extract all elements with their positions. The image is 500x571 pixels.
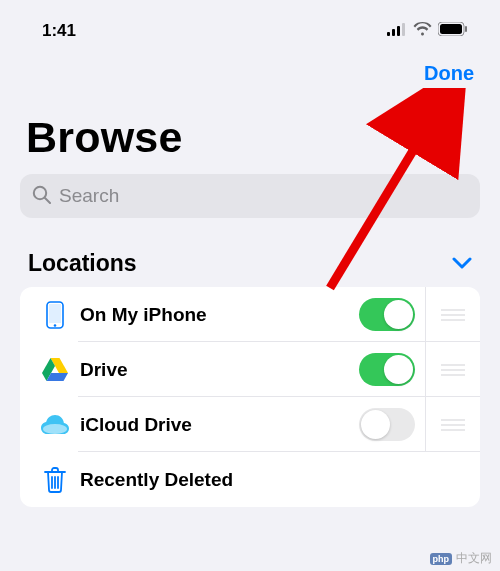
icloud-icon <box>36 415 74 435</box>
svg-rect-3 <box>402 23 405 36</box>
watermark: php 中文网 <box>430 550 493 567</box>
svg-point-11 <box>54 324 57 327</box>
row-label: Recently Deleted <box>74 469 480 491</box>
toggle-icloud-drive[interactable] <box>359 408 415 441</box>
row-label: On My iPhone <box>74 304 359 326</box>
google-drive-icon <box>36 358 74 381</box>
svg-rect-5 <box>440 24 462 34</box>
svg-rect-6 <box>465 26 467 32</box>
nav-bar: Done <box>0 48 500 91</box>
reorder-handle[interactable] <box>425 342 480 397</box>
status-time: 1:41 <box>42 21 76 41</box>
row-label: iCloud Drive <box>74 414 359 436</box>
toggle-on-my-iphone[interactable] <box>359 298 415 331</box>
list-item: Drive <box>20 342 480 397</box>
search-field[interactable] <box>20 174 480 218</box>
iphone-icon <box>36 301 74 329</box>
svg-point-18 <box>43 424 67 434</box>
list-item: On My iPhone <box>20 287 480 342</box>
status-bar: 1:41 <box>0 0 500 48</box>
trash-icon <box>36 467 74 493</box>
svg-rect-2 <box>397 26 400 36</box>
section-title: Locations <box>28 250 137 277</box>
search-wrap <box>0 174 500 236</box>
svg-rect-0 <box>387 32 390 36</box>
locations-header[interactable]: Locations <box>0 236 500 287</box>
reorder-handle[interactable] <box>425 397 480 452</box>
list-item: Recently Deleted <box>20 452 480 507</box>
row-label: Drive <box>74 359 359 381</box>
svg-rect-10 <box>49 304 61 323</box>
list-item: iCloud Drive <box>20 397 480 452</box>
php-badge: php <box>430 553 453 565</box>
chevron-down-icon <box>452 255 472 273</box>
svg-rect-1 <box>392 29 395 36</box>
reorder-handle[interactable] <box>425 287 480 342</box>
watermark-text: 中文网 <box>456 550 492 567</box>
search-icon <box>32 185 51 208</box>
battery-icon <box>438 21 468 41</box>
cellular-icon <box>387 21 407 41</box>
status-icons <box>387 21 468 41</box>
done-button[interactable]: Done <box>424 62 474 85</box>
locations-list: On My iPhone Drive iCloud Drive Recently… <box>20 287 480 507</box>
search-input[interactable] <box>59 185 468 207</box>
page-title: Browse <box>0 91 500 174</box>
svg-line-8 <box>45 198 50 203</box>
toggle-drive[interactable] <box>359 353 415 386</box>
wifi-icon <box>413 21 432 41</box>
